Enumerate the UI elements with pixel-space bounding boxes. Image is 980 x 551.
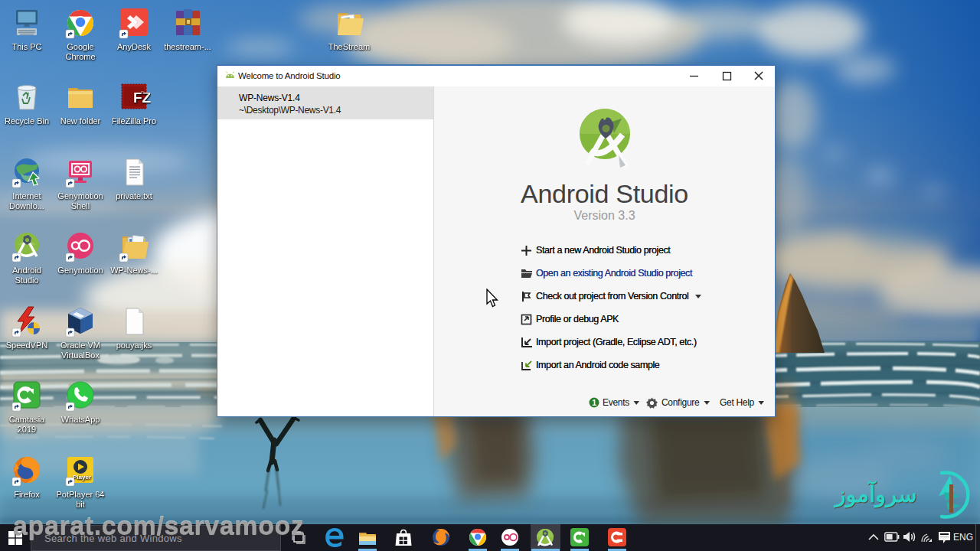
svg-text:Pro: Pro — [141, 90, 149, 95]
svg-text:Player: Player — [73, 474, 91, 481]
svg-text:سروآموز: سروآموز — [834, 480, 917, 508]
svg-text:1: 1 — [592, 398, 596, 407]
